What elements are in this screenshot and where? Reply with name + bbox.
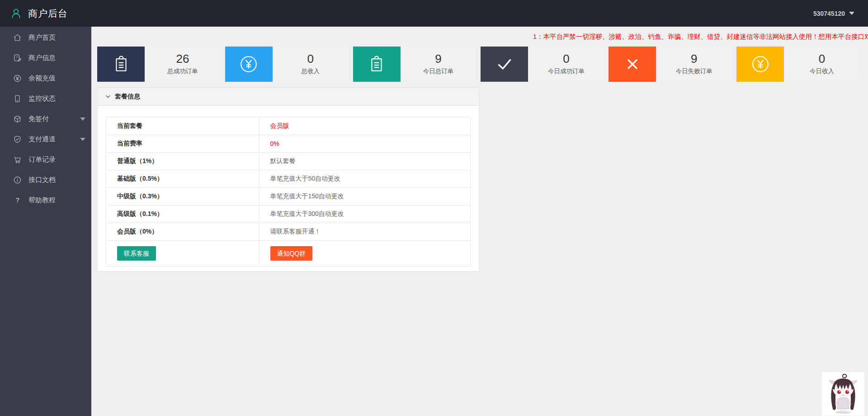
chevron-down-icon — [80, 117, 85, 121]
table-row-buttons: 联系客服 通知QQ群 — [106, 241, 471, 266]
stat-value: 9 — [435, 53, 441, 65]
package-table-body: 当前套餐 会员版 当前费率 0% 普通版（1%） 默认套餐 — [106, 117, 471, 266]
cube-icon — [13, 115, 22, 124]
chevron-down-icon — [105, 94, 111, 99]
table-row: 基础版（0.5%） 单笔充值大于50自动更改 — [106, 170, 471, 188]
stat-card: 26 总成功订单 — [97, 47, 221, 82]
sidebar-item-label: 余额充值 — [28, 74, 56, 83]
row-value: 单笔充值大于150自动更改 — [259, 188, 470, 206]
row-value: 默认套餐 — [259, 153, 470, 170]
sidebar-item[interactable]: ? 商户信息 — [0, 48, 91, 68]
sidebar-nav: 商户首页 ? 商户信息 余额充值 监控状态 免签付 支付通道 — [0, 27, 91, 416]
sidebar-item[interactable]: 余额充值 — [0, 68, 91, 89]
table-row: 会员版（0%） 请联系客服开通！ — [106, 223, 471, 241]
main-content: 1：本平台严禁一切淫秽、涉赌、政治、钓鱼、诈骗、理财、借贷、封建迷信等非法网站接… — [91, 0, 868, 416]
sidebar-item-label: 商户首页 — [28, 33, 56, 42]
stat-card: 9 今日失败订单 — [609, 47, 732, 82]
sidebar-item[interactable]: 免签付 — [0, 109, 91, 129]
sidebar-item-label: 监控状态 — [28, 94, 56, 103]
row-value: 会员版 — [259, 117, 470, 135]
stat-value: 26 — [176, 53, 189, 65]
package-info-panel: 套餐信息 当前套餐 会员版 当前费率 0% — [97, 87, 479, 271]
stat-value: 9 — [691, 53, 697, 65]
stat-card: 9 今日总订单 — [353, 47, 476, 82]
row-value: 单笔充值大于50自动更改 — [259, 170, 470, 188]
sidebar-item[interactable]: ? 帮助教程 — [0, 190, 91, 210]
stat-label: 今日收入 — [810, 67, 834, 75]
table-row: 高级版（0.1%） 单笔充值大于300自动更改 — [106, 206, 471, 223]
sidebar-item-label: 接口文档 — [28, 176, 56, 184]
info-circle-icon — [13, 176, 22, 185]
stat-card: 0 今日成功订单 — [481, 47, 604, 82]
sidebar-item[interactable]: 商户首页 — [0, 28, 91, 48]
stat-label: 总成功订单 — [167, 67, 198, 75]
table-row: 当前套餐 会员版 — [106, 117, 471, 135]
home-icon — [13, 33, 22, 42]
row-label: 基础版（0.5%） — [106, 170, 259, 188]
notice-bar: 1：本平台严禁一切淫秽、涉赌、政治、钓鱼、诈骗、理财、借贷、封建迷信等非法网站接… — [91, 27, 868, 47]
clipboard-icon — [353, 47, 401, 82]
sidebar-item-label: 订单记录 — [28, 155, 56, 164]
row-label: 普通版（1%） — [106, 153, 259, 170]
person-icon — [10, 7, 22, 19]
row-label: 中级版（0.3%） — [106, 188, 259, 206]
row-value: 单笔充值大于300自动更改 — [259, 206, 470, 223]
panel-title: 套餐信息 — [115, 93, 140, 101]
svg-text:?: ? — [15, 196, 19, 204]
top-header: 商户后台 530745120 — [0, 0, 868, 27]
chevron-down-icon — [80, 138, 85, 141]
recharge-yen-icon — [13, 74, 22, 83]
warning-text: 1：本平台严禁一切淫秽、涉赌、政治、钓鱼、诈骗、理财、借贷、封建迷信等非法网站接… — [533, 33, 868, 41]
stat-card: 0 今日收入 — [736, 47, 860, 82]
sidebar-item[interactable]: 订单记录 — [0, 150, 91, 170]
sidebar-item[interactable]: 监控状态 — [0, 89, 91, 109]
row-value: 0% — [259, 135, 470, 153]
clipboard-icon — [97, 47, 145, 82]
stat-label: 总收入 — [301, 67, 320, 75]
package-table: 当前套餐 会员版 当前费率 0% 普通版（1%） 默认套餐 — [106, 117, 471, 266]
yen-circle-icon — [736, 47, 784, 82]
stats-row: 26 总成功订单 0 总收入 9 今日总订单 — [97, 47, 860, 82]
account-number: 530745120 — [813, 10, 845, 17]
row-label: 高级版（0.1%） — [106, 206, 259, 223]
qq-group-button[interactable]: 通知QQ群 — [270, 246, 313, 261]
sidebar-item[interactable]: 接口文档 — [0, 170, 91, 190]
check-icon — [481, 47, 528, 82]
yen-circle-icon — [225, 47, 273, 82]
sidebar-item[interactable]: 支付通道 — [0, 129, 91, 150]
account-dropdown[interactable]: 530745120 — [813, 10, 868, 17]
brand: 商户后台 — [0, 7, 68, 20]
svg-text:?: ? — [15, 55, 18, 59]
contact-support-button[interactable]: 联系客服 — [117, 246, 156, 261]
merchant-info-icon: ? — [13, 54, 22, 63]
package-panel-header[interactable]: 套餐信息 — [98, 88, 479, 106]
page-title: 商户后台 — [28, 7, 68, 20]
row-label: 当前套餐 — [106, 117, 259, 135]
stat-value: 0 — [819, 53, 825, 65]
cart-icon — [13, 155, 22, 164]
close-icon — [609, 47, 656, 82]
stat-label: 今日失败订单 — [676, 67, 712, 75]
mascot-image[interactable] — [822, 372, 864, 416]
table-row: 普通版（1%） 默认套餐 — [106, 153, 471, 170]
table-row: 中级版（0.3%） 单笔充值大于150自动更改 — [106, 188, 471, 206]
stat-value: 0 — [563, 53, 569, 65]
row-label: 会员版（0%） — [106, 223, 259, 241]
table-row: 当前费率 0% — [106, 135, 471, 153]
monitor-phone-icon — [13, 94, 22, 103]
sidebar-item-label: 帮助教程 — [28, 196, 56, 205]
stat-label: 今日成功订单 — [548, 67, 585, 75]
stat-label: 今日总订单 — [423, 67, 454, 75]
row-label: 当前费率 — [106, 135, 259, 153]
sidebar-item-label: 支付通道 — [28, 135, 56, 144]
chevron-down-icon — [849, 12, 854, 15]
sidebar-item-label: 免签付 — [28, 115, 49, 123]
sidebar-item-label: 商户信息 — [28, 54, 56, 62]
stat-value: 0 — [307, 53, 314, 65]
row-value: 请联系客服开通！ — [259, 223, 470, 241]
stat-card: 0 总收入 — [225, 47, 349, 82]
shield-check-icon — [13, 135, 22, 144]
question-icon: ? — [13, 196, 22, 205]
